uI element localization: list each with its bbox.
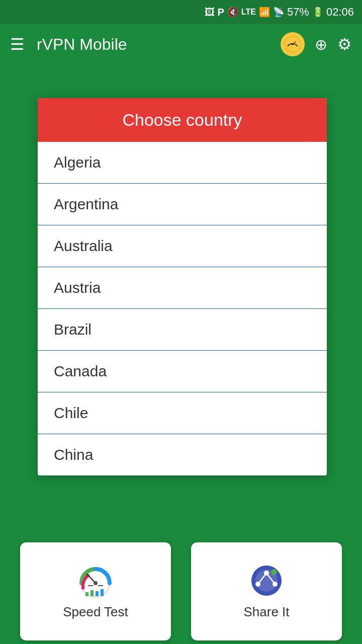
country-item-argentina[interactable]: Argentina (38, 184, 327, 225)
navbar-left: ☰ rVPN Mobile (10, 35, 127, 54)
svg-point-5 (94, 581, 98, 585)
svg-point-2 (292, 43, 294, 45)
country-dialog: Choose country Algeria Argentina Austral… (38, 98, 327, 475)
settings-icon[interactable]: ⚙ (337, 35, 352, 54)
speed-meter-icon[interactable] (281, 32, 305, 56)
lte-icon: LTE (241, 8, 256, 17)
country-item-chile[interactable]: Chile (38, 392, 327, 434)
status-icons: 🖼 P 🔇 LTE 📶 📡 57% 🔋 02:06 (205, 6, 354, 19)
menu-icon[interactable]: ☰ (10, 35, 25, 54)
svg-rect-6 (85, 592, 88, 596)
speed-test-label: Speed Test (63, 604, 128, 620)
share-it-icon (244, 563, 289, 598)
country-item-canada[interactable]: Canada (38, 351, 327, 392)
battery-icon: 🔋 (312, 7, 323, 18)
svg-rect-8 (96, 591, 99, 596)
share-it-card[interactable]: Share It (191, 542, 342, 640)
country-item-china[interactable]: China (38, 434, 327, 475)
navbar: ☰ rVPN Mobile ⊕ ⚙ (0, 24, 362, 64)
country-item-austria[interactable]: Austria (38, 267, 327, 309)
image-icon: 🖼 (205, 7, 215, 18)
svg-rect-7 (90, 590, 94, 596)
status-bar: 🖼 P 🔇 LTE 📶 📡 57% 🔋 02:06 (0, 0, 362, 24)
country-item-algeria[interactable]: Algeria (38, 142, 327, 184)
svg-point-19 (271, 569, 277, 575)
wifi-icon: 📶 (259, 7, 270, 18)
bottom-bar: Speed Test Share It (0, 538, 362, 644)
app-title: rVPN Mobile (37, 35, 127, 54)
battery-indicator: 57% (287, 6, 309, 19)
location-target-icon[interactable]: ⊕ (315, 36, 327, 53)
clock: 02:06 (326, 6, 354, 19)
speed-test-icon (73, 563, 118, 598)
mute-icon: 🔇 (227, 7, 238, 18)
p-icon: P (218, 7, 224, 18)
dialog-title: Choose country (122, 110, 242, 129)
country-list: Algeria Argentina Australia Austria Braz… (38, 142, 327, 475)
country-item-brazil[interactable]: Brazil (38, 309, 327, 351)
country-item-australia[interactable]: Australia (38, 225, 327, 267)
speed-test-card[interactable]: Speed Test (20, 542, 171, 640)
svg-rect-9 (101, 589, 104, 596)
signal-icon: 📡 (273, 7, 284, 18)
dialog-header: Choose country (38, 98, 327, 142)
navbar-right: ⊕ ⚙ (281, 32, 352, 56)
share-it-label: Share It (243, 604, 289, 620)
